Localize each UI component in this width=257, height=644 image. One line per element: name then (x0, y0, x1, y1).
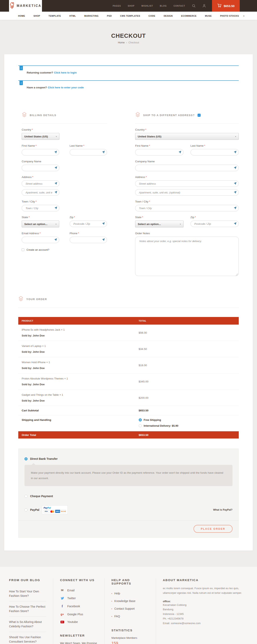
header-nav-pages[interactable]: PAGES (113, 4, 121, 7)
header-nav-contact[interactable]: CONTACT (174, 4, 185, 7)
mastercard-logo (50, 510, 54, 513)
header-nav-shop[interactable]: SHOP (128, 4, 134, 7)
page-hero: CHECKOUT Home › Checkout (0, 20, 257, 54)
coupon-link[interactable]: Click here to enter your code (48, 86, 84, 89)
social-link-facebook[interactable]: f Facebook (60, 602, 98, 610)
social-link-youtube[interactable]: ▶ Youtube (60, 618, 98, 626)
footer-about-column: ABOUT MARKETICA ec mollis lorem consequa… (163, 578, 248, 644)
nav-cms-templates[interactable]: CMS TEMPLATES (120, 15, 140, 17)
shipping-address2-input[interactable] (135, 189, 239, 196)
login-link[interactable]: Click here to login (54, 71, 77, 74)
shipping-first-name-input[interactable] (135, 149, 183, 156)
nav-template[interactable]: TEMPLATE (48, 15, 61, 17)
billing-zip-input[interactable] (70, 220, 107, 227)
dart-icon (178, 151, 181, 154)
nav-design[interactable]: DESIGN (164, 15, 173, 17)
cart-button[interactable]: $653.50 (212, 0, 240, 12)
free-shipping-radio[interactable]: Free Shipping (139, 418, 239, 422)
visa-logo: VISA (44, 510, 49, 513)
checkout-forms: BILLING DETAILS Country* United States (… (18, 112, 239, 277)
shipping-last-name-input[interactable] (190, 149, 239, 156)
billing-state-select[interactable]: Select an option... ▾ (22, 220, 59, 228)
help-link[interactable]: ▪ Contact Support (112, 605, 149, 612)
international-delivery-radio[interactable]: International Delivery: $5.90 (139, 424, 239, 427)
search-icon[interactable] (192, 4, 196, 8)
newsletter-note: We Won't Spam, We Promise (60, 642, 98, 644)
header-nav-blog[interactable]: BLOG (160, 4, 167, 7)
nav-html[interactable]: HTML (70, 15, 76, 17)
brand-logo[interactable]: MARKETICA (9, 0, 42, 12)
chevron-down-icon: ▾ (56, 223, 56, 225)
help-link[interactable]: ▪ Help (112, 590, 149, 597)
social-link-google-plus[interactable]: g+ Google Plus (60, 610, 98, 618)
cheque-payment-option[interactable]: Cheque Payment (24, 494, 232, 498)
shipping-state-select[interactable]: Select an option... ▾ (135, 220, 183, 228)
nav-shop[interactable]: SHOP (34, 15, 40, 17)
billing-address1-input[interactable] (22, 180, 60, 187)
breadcrumb-home[interactable]: Home (118, 41, 124, 44)
nav-photo-stocks[interactable]: PHOTO STOCKS (220, 15, 239, 17)
shipping-country-select[interactable]: United States (US) ▾ (135, 133, 239, 140)
social-link-email[interactable]: ✉ Email (60, 586, 98, 594)
billing-first-name-label: First Name* (22, 144, 59, 147)
nav-more-chevron-icon[interactable]: » (243, 14, 244, 17)
shipping-state-label: State* (135, 216, 183, 219)
order-notes-label: Order Notes (135, 232, 239, 235)
shipping-town-input[interactable] (135, 205, 239, 211)
paypal-logo: PayPal (44, 506, 66, 509)
billing-first-name-input[interactable] (22, 149, 59, 156)
brand-name: MARKETICA (17, 4, 41, 8)
order-section-header: YOUR ORDER (18, 296, 239, 302)
billing-company-label: Company Name (22, 160, 107, 163)
payment-actions: PLACE ORDER (18, 520, 238, 538)
coupon-notice-text: Have a coupon? (27, 86, 47, 89)
stat-value: 159 (112, 641, 149, 644)
nav-psd[interactable]: PSD (107, 15, 112, 17)
dart-icon (54, 238, 57, 242)
social-link-twitter[interactable]: Twitter (60, 594, 98, 602)
blog-post-link[interactable]: How To Start Your Own Fashion Store? (9, 586, 46, 602)
nav-ecommerce[interactable]: ECOMMERCE (181, 15, 196, 17)
nav-home[interactable]: HOME (18, 15, 25, 17)
billing-company-input[interactable] (22, 165, 60, 171)
billing-town-input[interactable] (22, 205, 60, 211)
nav-marketing[interactable]: MARKETING (84, 15, 98, 17)
card-logos: VISA AMEX DISCOVER (44, 510, 66, 513)
blog-post-link[interactable]: What is So Alluring About Celebrity Fash… (9, 617, 46, 632)
google-plus-icon: g+ (60, 613, 64, 616)
what-is-paypal-link[interactable]: What is PayPal? (213, 508, 232, 511)
bullet-icon: ▪ (112, 600, 112, 602)
shipping-company-input[interactable] (135, 165, 239, 171)
billing-country-select[interactable]: United States (US) ▾ (22, 133, 60, 140)
shipping-zip-input[interactable] (190, 220, 239, 227)
nav-code[interactable]: CODE (148, 15, 156, 17)
chevron-down-icon: ▾ (180, 223, 181, 225)
billing-last-name-input[interactable] (70, 149, 107, 156)
bank-transfer-option[interactable]: Direct Bank Transfer (24, 457, 232, 460)
user-icon[interactable] (202, 4, 206, 8)
nav-muse[interactable]: MUSE (205, 15, 212, 17)
order-total-row: Order Total $653.50 (18, 431, 239, 438)
billing-address2-input[interactable] (22, 189, 60, 196)
help-link[interactable]: ▪ Knowledge Base (112, 597, 149, 605)
create-account-checkbox[interactable]: Create an account? (22, 248, 107, 251)
header-nav-wishlist[interactable]: WISHLIST (141, 4, 153, 7)
item-total: $18.00 (139, 364, 239, 367)
billing-phone-input[interactable] (70, 237, 107, 243)
bullet-icon: ▪ (112, 592, 112, 594)
blog-post-link[interactable]: How To Choose The Perfect Fashion Store? (9, 602, 46, 617)
shipping-address1-input[interactable] (135, 180, 239, 187)
place-order-button[interactable]: PLACE ORDER (194, 525, 232, 533)
billing-email-input[interactable] (22, 237, 59, 243)
shipping-country-label: Country* (135, 128, 239, 131)
help-link[interactable]: ▪ FAQ (112, 612, 149, 620)
shipping-town-label: Town / City* (135, 200, 239, 203)
paypal-option[interactable]: PayPal PayPal VISA AMEX DISCOVER What is… (24, 506, 232, 514)
ship-to-different-checkbox[interactable]: ✓ (198, 114, 200, 117)
billing-address-label: Address* (22, 176, 107, 178)
divider (22, 124, 107, 124)
order-notes-textarea[interactable] (135, 237, 239, 276)
bullet-icon: ▪ (112, 615, 112, 618)
order-total-label: Order Total (18, 434, 139, 436)
blog-post-link[interactable]: Should You Use Fashion Consultant Servic… (9, 632, 46, 644)
